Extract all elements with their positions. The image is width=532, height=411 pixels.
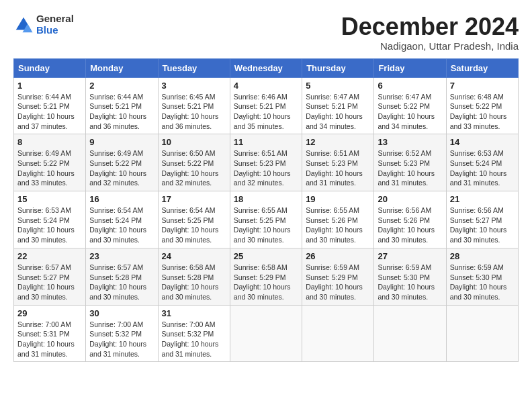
day-info: Sunrise: 6:54 AM Sunset: 5:24 PM Dayligh… xyxy=(89,205,154,245)
day-info: Sunrise: 7:00 AM Sunset: 5:31 PM Dayligh… xyxy=(17,320,82,359)
day-info: Sunrise: 6:55 AM Sunset: 5:25 PM Dayligh… xyxy=(234,205,298,245)
calendar-cell: 29Sunrise: 7:00 AM Sunset: 5:31 PM Dayli… xyxy=(14,305,86,362)
subtitle: Nadigaon, Uttar Pradesh, India xyxy=(341,40,519,52)
day-number: 17 xyxy=(162,194,226,204)
calendar-week-row: 8Sunrise: 6:49 AM Sunset: 5:22 PM Daylig… xyxy=(14,134,519,191)
calendar-cell: 23Sunrise: 6:57 AM Sunset: 5:28 PM Dayli… xyxy=(86,248,158,305)
calendar-cell: 3Sunrise: 6:45 AM Sunset: 5:21 PM Daylig… xyxy=(158,77,230,134)
day-number: 18 xyxy=(234,194,298,204)
calendar-cell: 30Sunrise: 7:00 AM Sunset: 5:32 PM Dayli… xyxy=(86,305,158,362)
calendar-header-sunday: Sunday xyxy=(14,58,86,77)
calendar-cell xyxy=(446,305,518,362)
logo-blue-text: Blue xyxy=(36,25,74,36)
calendar-cell: 9Sunrise: 6:49 AM Sunset: 5:22 PM Daylig… xyxy=(86,134,158,191)
day-info: Sunrise: 6:54 AM Sunset: 5:25 PM Dayligh… xyxy=(162,205,226,245)
day-info: Sunrise: 6:56 AM Sunset: 5:26 PM Dayligh… xyxy=(378,205,442,245)
day-info: Sunrise: 6:51 AM Sunset: 5:23 PM Dayligh… xyxy=(306,148,370,188)
calendar-cell: 8Sunrise: 6:49 AM Sunset: 5:22 PM Daylig… xyxy=(14,134,86,191)
day-number: 30 xyxy=(89,308,154,318)
day-info: Sunrise: 6:51 AM Sunset: 5:23 PM Dayligh… xyxy=(234,148,298,188)
day-info: Sunrise: 6:47 AM Sunset: 5:21 PM Dayligh… xyxy=(306,92,370,132)
calendar-week-row: 22Sunrise: 6:57 AM Sunset: 5:27 PM Dayli… xyxy=(14,248,519,305)
day-number: 24 xyxy=(162,251,226,261)
day-info: Sunrise: 6:52 AM Sunset: 5:23 PM Dayligh… xyxy=(378,148,442,188)
day-number: 31 xyxy=(162,308,226,318)
day-number: 5 xyxy=(306,81,370,91)
calendar-cell: 20Sunrise: 6:56 AM Sunset: 5:26 PM Dayli… xyxy=(374,191,446,248)
day-info: Sunrise: 6:58 AM Sunset: 5:29 PM Dayligh… xyxy=(234,263,298,302)
calendar-cell: 4Sunrise: 6:46 AM Sunset: 5:21 PM Daylig… xyxy=(230,77,302,134)
day-info: Sunrise: 6:53 AM Sunset: 5:24 PM Dayligh… xyxy=(17,205,82,245)
day-info: Sunrise: 6:46 AM Sunset: 5:21 PM Dayligh… xyxy=(234,92,298,132)
calendar-cell: 13Sunrise: 6:52 AM Sunset: 5:23 PM Dayli… xyxy=(374,134,446,191)
calendar-cell: 17Sunrise: 6:54 AM Sunset: 5:25 PM Dayli… xyxy=(158,191,230,248)
logo-text: General Blue xyxy=(36,13,74,36)
day-info: Sunrise: 6:58 AM Sunset: 5:28 PM Dayligh… xyxy=(162,263,226,302)
calendar-cell: 10Sunrise: 6:50 AM Sunset: 5:22 PM Dayli… xyxy=(158,134,230,191)
calendar-cell: 11Sunrise: 6:51 AM Sunset: 5:23 PM Dayli… xyxy=(230,134,302,191)
day-number: 4 xyxy=(234,81,298,91)
day-number: 14 xyxy=(450,137,515,147)
calendar-cell: 2Sunrise: 6:44 AM Sunset: 5:21 PM Daylig… xyxy=(86,77,158,134)
calendar-cell: 12Sunrise: 6:51 AM Sunset: 5:23 PM Dayli… xyxy=(302,134,374,191)
calendar-header-friday: Friday xyxy=(374,58,446,77)
logo: General Blue xyxy=(13,13,74,36)
day-info: Sunrise: 6:45 AM Sunset: 5:21 PM Dayligh… xyxy=(162,92,226,132)
calendar-header-wednesday: Wednesday xyxy=(230,58,302,77)
calendar-cell: 27Sunrise: 6:59 AM Sunset: 5:30 PM Dayli… xyxy=(374,248,446,305)
day-number: 23 xyxy=(89,251,154,261)
day-number: 9 xyxy=(89,137,154,147)
calendar-header-monday: Monday xyxy=(86,58,158,77)
day-number: 1 xyxy=(17,81,82,91)
calendar-week-row: 29Sunrise: 7:00 AM Sunset: 5:31 PM Dayli… xyxy=(14,305,519,362)
day-number: 25 xyxy=(234,251,298,261)
calendar-cell: 28Sunrise: 6:59 AM Sunset: 5:30 PM Dayli… xyxy=(446,248,518,305)
calendar-cell xyxy=(230,305,302,362)
day-number: 13 xyxy=(378,137,442,147)
calendar-cell: 18Sunrise: 6:55 AM Sunset: 5:25 PM Dayli… xyxy=(230,191,302,248)
logo-general-text: General xyxy=(36,13,74,25)
logo-icon xyxy=(13,15,34,35)
day-number: 27 xyxy=(378,251,442,261)
day-info: Sunrise: 6:59 AM Sunset: 5:29 PM Dayligh… xyxy=(306,263,370,302)
calendar-week-row: 1Sunrise: 6:44 AM Sunset: 5:21 PM Daylig… xyxy=(14,77,519,134)
calendar-table: SundayMondayTuesdayWednesdayThursdayFrid… xyxy=(13,58,519,363)
day-number: 2 xyxy=(89,81,154,91)
day-info: Sunrise: 7:00 AM Sunset: 5:32 PM Dayligh… xyxy=(89,320,154,359)
calendar-cell: 19Sunrise: 6:55 AM Sunset: 5:26 PM Dayli… xyxy=(302,191,374,248)
page-header: General Blue December 2024 Nadigaon, Utt… xyxy=(13,13,519,52)
day-info: Sunrise: 6:48 AM Sunset: 5:22 PM Dayligh… xyxy=(450,92,515,132)
day-info: Sunrise: 6:59 AM Sunset: 5:30 PM Dayligh… xyxy=(378,263,442,302)
day-number: 8 xyxy=(17,137,82,147)
day-info: Sunrise: 6:59 AM Sunset: 5:30 PM Dayligh… xyxy=(450,263,515,302)
day-number: 3 xyxy=(162,81,226,91)
main-title: December 2024 xyxy=(341,13,519,40)
calendar-cell: 25Sunrise: 6:58 AM Sunset: 5:29 PM Dayli… xyxy=(230,248,302,305)
day-info: Sunrise: 6:50 AM Sunset: 5:22 PM Dayligh… xyxy=(162,148,226,188)
calendar-cell: 6Sunrise: 6:47 AM Sunset: 5:22 PM Daylig… xyxy=(374,77,446,134)
day-number: 6 xyxy=(378,81,442,91)
day-info: Sunrise: 6:57 AM Sunset: 5:28 PM Dayligh… xyxy=(89,263,154,302)
day-number: 20 xyxy=(378,194,442,204)
calendar-cell: 31Sunrise: 7:00 AM Sunset: 5:32 PM Dayli… xyxy=(158,305,230,362)
calendar-cell: 1Sunrise: 6:44 AM Sunset: 5:21 PM Daylig… xyxy=(14,77,86,134)
calendar-header-saturday: Saturday xyxy=(446,58,518,77)
day-number: 21 xyxy=(450,194,515,204)
calendar-cell xyxy=(302,305,374,362)
day-info: Sunrise: 6:49 AM Sunset: 5:22 PM Dayligh… xyxy=(89,148,154,188)
calendar-cell: 16Sunrise: 6:54 AM Sunset: 5:24 PM Dayli… xyxy=(86,191,158,248)
calendar-week-row: 15Sunrise: 6:53 AM Sunset: 5:24 PM Dayli… xyxy=(14,191,519,248)
day-number: 7 xyxy=(450,81,515,91)
day-number: 26 xyxy=(306,251,370,261)
calendar-cell: 22Sunrise: 6:57 AM Sunset: 5:27 PM Dayli… xyxy=(14,248,86,305)
day-info: Sunrise: 6:44 AM Sunset: 5:21 PM Dayligh… xyxy=(89,92,154,132)
day-number: 16 xyxy=(89,194,154,204)
calendar-cell: 5Sunrise: 6:47 AM Sunset: 5:21 PM Daylig… xyxy=(302,77,374,134)
day-info: Sunrise: 6:47 AM Sunset: 5:22 PM Dayligh… xyxy=(378,92,442,132)
day-info: Sunrise: 7:00 AM Sunset: 5:32 PM Dayligh… xyxy=(162,320,226,359)
day-info: Sunrise: 6:57 AM Sunset: 5:27 PM Dayligh… xyxy=(17,263,82,302)
calendar-cell: 7Sunrise: 6:48 AM Sunset: 5:22 PM Daylig… xyxy=(446,77,518,134)
day-info: Sunrise: 6:44 AM Sunset: 5:21 PM Dayligh… xyxy=(17,92,82,132)
calendar-header-tuesday: Tuesday xyxy=(158,58,230,77)
day-number: 15 xyxy=(17,194,82,204)
